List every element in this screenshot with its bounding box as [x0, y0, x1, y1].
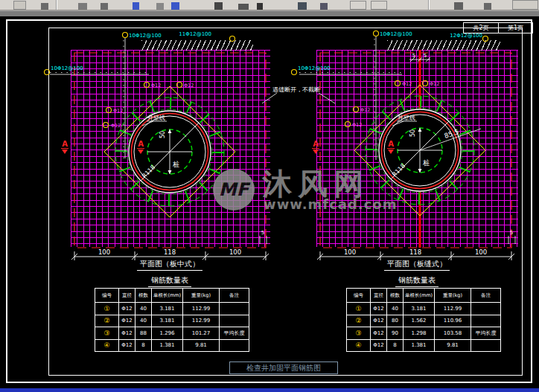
table-header-cell: 重量(kg) — [434, 289, 471, 302]
toolbar — [0, 0, 539, 10]
window-divider-band — [0, 10, 539, 16]
toolbar-icon-fragment[interactable] — [171, 2, 179, 10]
watermark-site-url: www.mfcad.com — [264, 196, 398, 212]
table-cell: 8 — [135, 339, 151, 352]
toolbar-icon-fragment[interactable] — [156, 3, 164, 10]
callout-marker — [483, 36, 488, 42]
toolbar-icon-fragment[interactable] — [320, 3, 328, 10]
table-cell: 103.58 — [434, 327, 471, 339]
callout-marker — [230, 36, 235, 42]
table-header-cell: 直径 — [370, 289, 386, 302]
core-label: 桩 — [172, 161, 179, 168]
window-bottom-bar — [0, 388, 539, 392]
table-cell: 88 — [135, 327, 151, 339]
dim-label-100-right: 100 — [229, 248, 241, 256]
callout-label-top-right: 11Φ12@100 — [179, 31, 211, 37]
bar-callout-label: Φ12 — [184, 83, 194, 89]
table-header-cell: 根数 — [135, 289, 151, 302]
joint-dim-label: 5 — [424, 53, 427, 59]
callout-marker — [423, 81, 428, 86]
table-cell: 40 — [135, 315, 151, 327]
right-rebar-table: 编号直径根数单根长(mm)重量(kg)备注①Φ12403.181112.99②Φ… — [346, 288, 501, 352]
table-header-cell: 单根长(mm) — [151, 289, 182, 302]
callout-marker — [395, 81, 401, 86]
table-cell: 1.381 — [151, 339, 182, 352]
toolbar-icon-fragment[interactable] — [454, 2, 463, 10]
callout-marker — [177, 83, 182, 88]
table-cell: 平均长度 — [471, 327, 500, 339]
table-cell — [471, 302, 500, 315]
right-table-title: 钢筋数量表 — [387, 275, 447, 287]
callout-label-top: 10Φ12@100 — [129, 33, 162, 39]
drawing-title-box: 检查井加固平面钢筋图 — [229, 362, 338, 374]
toolbar-button[interactable] — [512, 0, 538, 10]
table-cell: Φ12 — [370, 339, 386, 352]
toolbar-separator — [428, 0, 430, 10]
table-cell — [471, 339, 500, 352]
toolbar-icon-fragment[interactable] — [78, 3, 87, 10]
callout-label-left: 10Φ12@100 — [298, 65, 331, 71]
small-dim-label: 5 — [510, 230, 513, 236]
sheet-number-block: 共2页 第1页 — [463, 22, 533, 33]
table-cell: ① — [95, 302, 118, 315]
dim-label-100-right: 100 — [475, 248, 487, 256]
toolbar-button[interactable] — [13, 1, 26, 10]
toolbar-icon-fragment[interactable] — [133, 2, 139, 10]
toolbar-icon-fragment[interactable] — [298, 2, 307, 10]
callout-marker — [123, 33, 128, 38]
table-cell: ② — [347, 315, 370, 327]
toolbar-separator — [56, 0, 57, 10]
wall-line-label: 井壁线 — [147, 115, 165, 121]
table-cell: 1.562 — [403, 315, 434, 327]
left-rebar-table: 编号直径根数单根长(mm)重量(kg)备注①Φ12403.181112.99②Φ… — [95, 288, 249, 352]
table-cell: Φ12 — [118, 302, 135, 315]
table-header-cell: 重量(kg) — [182, 289, 219, 302]
toolbar-icon-fragment[interactable] — [484, 3, 491, 10]
wall-line-label: 井壁线 — [398, 115, 415, 121]
cad-application-window: 共2页 第1页 A — [0, 0, 539, 392]
table-cell: 8 — [386, 339, 403, 352]
table-cell: 110.96 — [434, 315, 471, 327]
table-cell: 3.181 — [403, 302, 434, 315]
right-plan-title: 平面图（板缝式） — [357, 259, 476, 271]
table-cell: 112.99 — [182, 302, 219, 315]
table-cell — [219, 302, 249, 315]
bar-callout-label: Φ12 — [151, 83, 161, 89]
joint-note-label: 遇缝断开，不截断 — [272, 86, 320, 93]
table-header-cell: 单根长(mm) — [403, 289, 434, 302]
dim-label-118: 118 — [164, 248, 176, 256]
table-cell: Φ12 — [118, 327, 135, 339]
dim-label-100-left: 100 — [98, 248, 110, 256]
toolbar-icon-fragment[interactable] — [41, 3, 48, 10]
table-cell — [219, 315, 249, 327]
callout-marker — [103, 123, 109, 128]
toolbar-icon-fragment[interactable] — [257, 3, 263, 10]
toolbar-icon-fragment[interactable] — [101, 3, 108, 10]
toolbar-button[interactable] — [350, 1, 366, 10]
table-header-cell: 编号 — [95, 289, 118, 302]
sheet-number: 第1页 — [498, 23, 532, 33]
table-cell: ④ — [347, 339, 370, 352]
callout-marker — [374, 31, 379, 36]
joint-dim-label: 5 — [412, 53, 415, 59]
table-cell: Φ12 — [118, 315, 135, 327]
table-cell: 40 — [135, 302, 151, 315]
bar-callout-label: Φ12 — [352, 122, 362, 128]
bar-callout-label: Φ12 — [402, 81, 412, 87]
table-cell: 9.81 — [182, 339, 219, 352]
table-cell: 平均长度 — [219, 327, 249, 339]
toolbar-icon-fragment[interactable] — [238, 4, 249, 10]
table-header-cell: 直径 — [118, 289, 135, 302]
toolbar-button[interactable] — [371, 1, 387, 10]
table-cell: 1.296 — [151, 327, 182, 339]
bar-callout-label: Φ12 — [360, 107, 370, 113]
left-table-title: 钢筋数量表 — [140, 275, 200, 287]
toolbar-icon-fragment[interactable] — [214, 2, 223, 10]
sheet-count: 共2页 — [464, 23, 498, 33]
table-cell: 1.298 — [403, 327, 434, 339]
table-header-cell: 根数 — [386, 289, 403, 302]
table-cell: 40 — [386, 302, 403, 315]
table-cell: 112.99 — [182, 315, 219, 327]
table-cell: Φ12 — [118, 339, 135, 352]
table-cell: 80 — [386, 315, 403, 327]
